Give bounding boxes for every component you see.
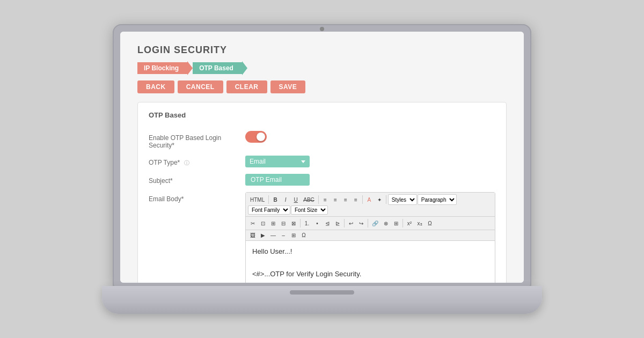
subject-row: Subject* [149,174,495,186]
enable-otp-row: Enable OTP Based Login Security* [149,131,495,149]
toolbar-pastew-btn[interactable]: ⊠ [289,219,298,227]
toolbar-paste-btn[interactable]: ⊞ [268,219,278,227]
toolbar-table-btn[interactable]: ⊞ [391,219,401,227]
clear-button[interactable]: CLEAR [226,80,267,93]
breadcrumb-arrow-2 [242,61,247,75]
toolbar-align-right-btn[interactable]: ≡ [341,194,350,205]
toolbar-link-btn[interactable]: 🔗 [370,219,380,227]
subject-label: Subject* [149,174,245,185]
editor-toolbar-row3: 🖼 ▶ — – ⊞ Ω [246,230,495,241]
toolbar-italic-btn[interactable]: I [281,194,290,205]
otp-type-row: OTP Type* ⓘ Email [149,156,495,167]
email-body-control: HTML B I U ABC ≡ ≡ ≡ [245,192,495,283]
toolbar-bold-btn[interactable]: B [270,194,280,205]
toggle-wrapper [245,131,495,143]
toolbar-copy-btn[interactable]: ⊡ [258,219,268,227]
toolbar-media-btn[interactable]: ▶ [258,231,268,239]
toolbar-image-btn[interactable]: 🖼 [248,231,258,239]
toolbar-underline-btn[interactable]: U [291,194,301,205]
page-title: LOGIN SECURITY [137,45,507,56]
screen-content: LOGIN SECURITY IP Blocking OTP Based BAC… [120,32,524,283]
email-body-row: Email Body* HTML B I U ABC [149,192,495,283]
otp-type-control: Email [245,156,495,167]
enable-otp-label: Enable OTP Based Login Security* [149,131,245,149]
laptop-screen-outer: LOGIN SECURITY IP Blocking OTP Based BAC… [113,24,531,287]
otp-type-arrow-icon [301,160,305,163]
toolbar-outdent-btn[interactable]: ⊴ [323,219,332,227]
toolbar-cut-btn[interactable]: ✂ [248,219,258,227]
enable-otp-control [245,131,495,143]
toolbar-sep-4 [386,195,386,204]
toolbar-unlink-btn[interactable]: ⊗ [381,219,391,227]
toolbar-sep-2 [318,195,319,204]
toolbar-align-justify-btn[interactable]: ≡ [351,194,361,205]
toolbar-align-center-btn[interactable]: ≡ [331,194,340,205]
toolbar-unorderedlist-btn[interactable]: • [312,219,322,227]
laptop-base [102,286,542,314]
toolbar-sub-btn[interactable]: x² [405,219,414,227]
toolbar-strikethrough-btn[interactable]: ABC [301,194,317,205]
toolbar-indent-btn[interactable]: ⊵ [333,219,342,227]
toolbar-omega-btn[interactable]: Ω [299,231,309,239]
otp-type-label: OTP Type* ⓘ [149,156,245,167]
toolbar-sep-r2-2 [344,219,345,227]
action-buttons: BACK CANCEL CLEAR SAVE [137,80,507,93]
toolbar-html-btn[interactable]: HTML [248,194,267,205]
toolbar-pagebreak-btn[interactable]: ⊞ [289,231,298,239]
save-button[interactable]: SAVE [270,80,306,93]
subject-input[interactable] [245,174,310,186]
editor-toolbar-row2: ✂ ⊡ ⊞ ⊟ ⊠ 1. • ⊴ ⊵ [246,217,495,230]
main-card: OTP Based Enable OTP Based Login Securit… [137,102,507,283]
toolbar-styles-select[interactable]: Styles [388,194,417,205]
toolbar-sep-r2-3 [368,219,368,227]
toolbar-sep-r2-1 [300,219,301,227]
toolbar-sup-btn[interactable]: x₂ [415,219,425,227]
editor-toolbar-row1: HTML B I U ABC ≡ ≡ ≡ [246,193,495,217]
laptop-wrapper: LOGIN SECURITY IP Blocking OTP Based BAC… [102,24,542,314]
back-button[interactable]: BACK [137,80,174,93]
breadcrumb: IP Blocking OTP Based [137,61,507,75]
otp-toggle[interactable] [245,131,267,143]
editor-body[interactable]: Hello User...! <#>...OTP for Verify Logi… [246,241,495,283]
laptop-camera [320,27,324,31]
breadcrumb-otp-based[interactable]: OTP Based [193,62,242,74]
otp-type-select[interactable]: Email [245,156,310,167]
toolbar-fontfamily-select[interactable]: Font Family [248,205,290,215]
rich-text-editor: HTML B I U ABC ≡ ≡ ≡ [245,192,495,283]
laptop-screen-inner: LOGIN SECURITY IP Blocking OTP Based BAC… [120,32,524,283]
toolbar-sep-3 [362,195,363,204]
email-body-label: Email Body* [149,192,245,203]
toolbar-special-btn[interactable]: Ω [425,219,435,227]
toolbar-redo-btn[interactable]: ↪ [356,219,366,227]
toolbar-align-left-btn[interactable]: ≡ [320,194,330,205]
toolbar-sep-1 [268,195,269,204]
otp-type-info-icon: ⓘ [184,160,189,166]
toolbar-paragraph-select[interactable]: Paragraph [418,194,457,205]
toolbar-pastetext-btn[interactable]: ⊟ [279,219,288,227]
card-title: OTP Based [149,111,495,123]
toolbar-dash-btn[interactable]: – [279,231,288,239]
toolbar-highlight-btn[interactable]: ✦ [375,194,384,205]
breadcrumb-ip-blocking[interactable]: IP Blocking [137,62,187,74]
toolbar-fontsize-select[interactable]: Font Size [291,205,328,215]
subject-control [245,174,495,186]
editor-line2: <#>...OTP for Verify Login Security. [252,269,488,280]
toolbar-color-btn[interactable]: A [364,194,374,205]
toolbar-orderedlist-btn[interactable]: 1. [302,219,312,227]
breadcrumb-arrow-1 [187,61,193,75]
toolbar-sep-r2-4 [402,219,403,227]
toolbar-hr-btn[interactable]: — [268,231,278,239]
editor-line1: Hello User...! [252,246,488,258]
cancel-button[interactable]: CANCEL [178,80,223,93]
toolbar-undo-btn[interactable]: ↩ [346,219,356,227]
